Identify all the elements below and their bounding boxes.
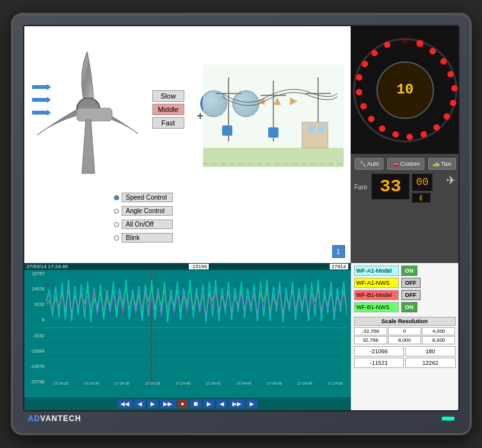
channel-toggle-1[interactable]: OFF — [401, 278, 421, 288]
x-label-0: 17:24:32 — [54, 381, 68, 385]
svg-rect-1 — [77, 108, 112, 121]
speed-slow-btn[interactable]: Slow — [152, 90, 184, 102]
gauge-area: 10 — [351, 26, 460, 154]
channel-toggle-3[interactable]: ON — [401, 302, 418, 312]
val-1: 180 — [405, 346, 456, 356]
val-2: -11521 — [354, 358, 405, 368]
svg-point-35 — [362, 61, 368, 67]
gauge-value: 10 — [376, 61, 434, 119]
ctrl-label-angle[interactable]: Angle Control — [122, 206, 173, 216]
svg-point-37 — [384, 42, 390, 48]
scale-section: Scale Resolution -32,768 0 4,000 32,768 … — [354, 317, 456, 344]
bottom-section: 27/03/14 17:24:40 -15199 27814 32767 245… — [24, 263, 458, 410]
fare-cents: 00 — [412, 173, 433, 191]
svg-point-24 — [450, 100, 456, 106]
page-indicator[interactable]: 1 — [332, 245, 345, 258]
y-label-5: -16384 — [26, 349, 45, 353]
scale-h0: -32,768 — [354, 327, 387, 335]
auto-label: Auto — [367, 161, 380, 167]
fare-main: 33 — [371, 173, 410, 200]
taxi-area: 🔧 Auto 🚗 Custom 🚕 Taxi Fare — [351, 154, 460, 263]
car-icon: 🚗 — [392, 161, 399, 167]
svg-point-26 — [433, 124, 440, 131]
fare-currency: ₤ — [412, 193, 431, 203]
control-options: Speed Control Angle Control All On/Off — [114, 193, 173, 243]
y-label-6: -24576 — [26, 364, 45, 369]
chart-panel: 27/03/14 17:24:40 -15199 27814 32767 245… — [24, 263, 351, 410]
svg-point-28 — [406, 134, 413, 140]
ctrl-all: All On/Off — [114, 220, 173, 229]
chart-rec-btn[interactable]: ● — [177, 399, 187, 408]
svg-point-31 — [368, 116, 374, 122]
svg-point-34 — [356, 74, 362, 81]
chart-stop-btn[interactable]: ⏹ — [189, 399, 202, 408]
svg-rect-12 — [268, 127, 278, 138]
device-frame: Slow Middle Fast + − ◄ ▲ — [11, 13, 472, 435]
ctrl-label-speed[interactable]: Speed Control — [122, 193, 173, 202]
val-0: -21066 — [354, 346, 405, 356]
chart-play-btn[interactable]: ▶ — [147, 399, 158, 408]
y-label-1: 24576 — [26, 287, 45, 291]
chart-controls: ◀◀ ◀ ▶ ▶▶ ● ⏹ ▶ ◀ ▶▶ ▶ — [24, 397, 351, 410]
scale-r1: 8,000 — [388, 336, 421, 344]
chart-ff-btn[interactable]: ▶▶ — [160, 399, 175, 408]
chart-next-btn[interactable]: ▶ — [246, 399, 257, 408]
powerline-svg — [203, 65, 344, 193]
y-label-7: -32768 — [26, 380, 45, 384]
ctrl-speed: Speed Control — [114, 193, 173, 202]
device-bottom: ADVANTECH — [23, 412, 460, 423]
channel-row-3: WF-B1-NWS ON — [354, 302, 456, 312]
ctrl-angle: Angle Control — [114, 206, 173, 216]
right-panel: 10 🔧 Auto 🚗 Custom — [351, 26, 460, 263]
svg-point-21 — [440, 58, 447, 65]
scale-r2: 8,000 — [422, 336, 455, 344]
ts-right: 27814 — [330, 264, 348, 269]
plane-icon: ✈ — [446, 173, 456, 188]
chart-r-btn[interactable]: ◀ — [134, 399, 145, 408]
x-label-5: 17:24:42 — [206, 381, 221, 385]
ctrl-label-blink[interactable]: Blink — [122, 233, 173, 243]
chart-skip-btn[interactable]: ▶▶ — [229, 399, 245, 408]
svg-point-33 — [356, 89, 362, 95]
channel-toggle-0[interactable]: ON — [401, 266, 418, 276]
svg-rect-11 — [222, 125, 232, 136]
y-axis: 32767 24576 8192 8 -8192 -16384 -24576 -… — [24, 270, 46, 385]
svg-point-19 — [417, 40, 423, 47]
scale-title: Scale Resolution — [354, 317, 456, 326]
ctrl-dot-speed — [114, 195, 119, 200]
fare-section: Fare 33 00 ₤ ✈ — [355, 173, 456, 203]
svg-rect-15 — [318, 125, 325, 133]
taxi-icons: 🔧 Auto 🚗 Custom 🚕 Taxi — [355, 158, 456, 170]
ctrl-dot-blink — [114, 236, 119, 241]
chart-back-btn[interactable]: ◀ — [216, 399, 227, 408]
channel-toggle-2[interactable]: OFF — [401, 290, 421, 300]
x-label-4: 17:24:40 — [175, 381, 190, 385]
val-3: 12262 — [405, 358, 456, 368]
x-axis: 17:24:32 17:24:34 17:24:36 17:24:38 17:2… — [46, 381, 351, 385]
chart-fwd-btn[interactable]: ▶ — [204, 399, 214, 408]
ctrl-blink: Blink — [114, 233, 173, 243]
svg-point-30 — [379, 125, 385, 132]
taxi-icon: 🚕 — [433, 161, 440, 167]
x-label-3: 17:24:38 — [145, 381, 159, 385]
svg-point-32 — [360, 103, 367, 109]
auto-icon: 🔧 — [359, 161, 366, 167]
speed-middle-btn[interactable]: Middle — [152, 104, 184, 115]
chart-rr-btn[interactable]: ◀◀ — [117, 399, 133, 408]
ctrl-dot-angle — [114, 209, 119, 214]
taxi-btn[interactable]: 🚕 Taxi — [428, 158, 456, 170]
channel-label-3: WF-B1-NWS — [354, 302, 399, 312]
custom-btn[interactable]: 🚗 Custom — [387, 158, 424, 170]
speed-fast-btn[interactable]: Fast — [152, 117, 184, 129]
fare-right: 00 ₤ — [412, 173, 433, 203]
fare-label-text: Fare — [355, 184, 368, 191]
x-label-6: 17:24:44 — [236, 381, 251, 385]
ctrl-label-all[interactable]: All On/Off — [122, 220, 173, 229]
channel-row-0: WF-A1-Model ON — [354, 266, 456, 276]
x-label-8: 17:24:48 — [297, 381, 312, 385]
left-panel: Slow Middle Fast + − ◄ ▲ — [24, 26, 351, 263]
x-label-7: 17:24:46 — [267, 381, 282, 385]
channel-row-2: WF-B1-Model OFF — [354, 290, 456, 300]
y-label-2: 8192 — [26, 302, 45, 307]
auto-btn[interactable]: 🔧 Auto — [355, 158, 384, 170]
